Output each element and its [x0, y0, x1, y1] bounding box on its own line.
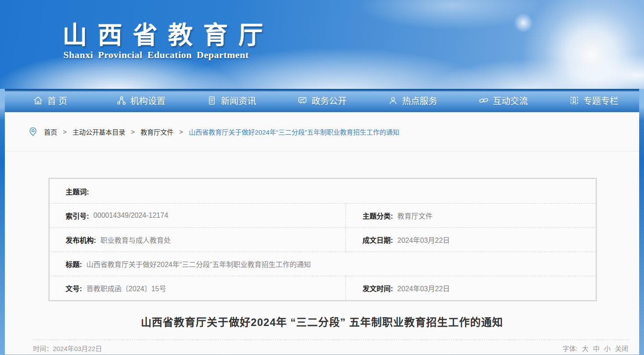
location-pin-icon — [28, 126, 38, 137]
table-row-keywords: 主题词: — [50, 179, 596, 203]
field-label-topic-category: 主题分类: — [362, 210, 393, 221]
field-label-document-number: 文号: — [66, 283, 82, 293]
nav-item-organization[interactable]: 机构设置 — [95, 89, 186, 112]
news-icon — [207, 95, 217, 106]
time-value: 2024年03月22日 — [53, 345, 102, 352]
field-label-index-number: 索引号: — [66, 210, 89, 221]
nav-item-interaction[interactable]: 互动交流 — [458, 89, 549, 112]
site-header: 山西省教育厅 Shanxi Provincial Education Depar… — [0, 0, 644, 89]
time-label: 时间： — [33, 345, 53, 352]
field-label-title: 标题: — [66, 259, 82, 269]
table-cell: 成文日期: 2024年03月22日 — [345, 228, 596, 252]
content-area: 首页 > 主动公开基本目录 > 教育厅文件 > 山西省教育厅关于做好2024年“… — [5, 112, 639, 355]
field-label-keywords: 主题词: — [66, 186, 89, 197]
nav-item-news[interactable]: 新闻资讯 — [186, 89, 277, 112]
nav-item-label: 互动交流 — [493, 94, 528, 107]
table-cell: 主题词: — [50, 179, 596, 203]
article-title: 山西省教育厅关于做好2024年 “三二分段” 五年制职业教育招生工作的通知 — [5, 314, 639, 329]
article-meta-bar: 时间：2024年03月22日 字体: 大 中 小 关闭 — [33, 340, 628, 353]
table-row-docnumber-pubdate: 文号: 晋教职成函〔2024〕15号 发文时间: 2024年03月22日 — [50, 276, 596, 300]
table-cell: 发布机构: 职业教育与成人教育处 — [50, 228, 345, 252]
font-size-small-button[interactable]: 小 — [604, 344, 611, 353]
field-value-index-number: 000014349/2024-12174 — [93, 212, 168, 220]
field-value-document-number: 晋教职成函〔2024〕15号 — [86, 283, 166, 293]
nav-item-hot-service[interactable]: 热点服务 — [367, 89, 458, 112]
nav-item-special-topics[interactable]: 专题专栏 — [549, 89, 639, 112]
table-cell: 主题分类: 教育厅文件 — [345, 204, 596, 227]
home-icon — [33, 95, 43, 106]
breadcrumb-item-home[interactable]: 首页 — [44, 127, 57, 136]
field-label-written-date: 成文日期: — [362, 234, 393, 245]
nav-item-home[interactable]: 首 页 — [5, 89, 95, 112]
nav-item-label: 政务公开 — [311, 94, 347, 107]
interaction-icon — [479, 95, 489, 106]
gov-affairs-icon — [297, 95, 307, 106]
table-cell: 发文时间: 2024年03月22日 — [345, 276, 596, 300]
nav-item-label: 机构设置 — [130, 94, 165, 107]
table-cell: 标题: 山西省教育厅关于做好2024年“三二分段”五年制职业教育招生工作的通知 — [50, 252, 596, 276]
font-size-large-button[interactable]: 大 — [582, 344, 589, 353]
organization-icon — [116, 95, 126, 106]
breadcrumb-separator: > — [179, 128, 183, 135]
font-size-medium-button[interactable]: 中 — [593, 344, 600, 353]
nav-item-label: 首 页 — [47, 94, 67, 107]
field-value-written-date: 2024年03月22日 — [397, 234, 450, 245]
special-topics-icon — [569, 95, 579, 106]
nav-item-label: 热点服务 — [402, 94, 437, 107]
site-logo-chinese: 山西省教育厅 — [62, 15, 274, 51]
field-value-publish-time: 2024年03月22日 — [397, 283, 450, 293]
breadcrumb-item-documents[interactable]: 教育厅文件 — [141, 127, 174, 136]
field-value-title: 山西省教育厅关于做好2024年“三二分段”五年制职业教育招生工作的通知 — [86, 259, 311, 269]
table-cell: 文号: 晋教职成函〔2024〕15号 — [50, 276, 345, 300]
nav-item-label: 专题专栏 — [583, 94, 618, 107]
document-info-table: 主题词: 索引号: 000014349/2024-12174 主题分类: 教育厅… — [48, 178, 597, 301]
field-label-publish-time: 发文时间: — [362, 283, 393, 293]
breadcrumb-current-page[interactable]: 山西省教育厅关于做好2024年“三二分段”五年制职业教育招生工作的通知 — [189, 127, 399, 136]
breadcrumb: 首页 > 主动公开基本目录 > 教育厅文件 > 山西省教育厅关于做好2024年“… — [5, 112, 639, 151]
close-button[interactable]: 关闭 — [615, 344, 628, 353]
field-value-issuing-agency: 职业教育与成人教育处 — [100, 234, 171, 245]
font-label: 字体: — [563, 344, 578, 353]
site-logo-english: Shanxi Provincial Education Department — [63, 49, 249, 61]
nav-item-label: 新闻资讯 — [221, 94, 256, 107]
breadcrumb-separator: > — [131, 128, 135, 135]
breadcrumb-separator: > — [63, 128, 67, 135]
table-cell: 索引号: 000014349/2024-12174 — [50, 204, 345, 227]
font-controls: 字体: 大 中 小 关闭 — [563, 344, 628, 353]
table-row-agency-date: 发布机构: 职业教育与成人教育处 成文日期: 2024年03月22日 — [50, 227, 596, 252]
field-value-topic-category: 教育厅文件 — [397, 210, 432, 221]
article-time: 时间：2024年03月22日 — [33, 344, 102, 353]
field-label-issuing-agency: 发布机构: — [66, 234, 96, 245]
main-navigation: 首 页 机构设置 新闻资讯 政务公开 热点服务 互动交流 专题专栏 — [5, 89, 639, 112]
nav-item-gov-affairs[interactable]: 政务公开 — [277, 89, 367, 112]
table-row-title: 标题: 山西省教育厅关于做好2024年“三二分段”五年制职业教育招生工作的通知 — [50, 252, 596, 276]
hot-service-icon — [388, 95, 398, 106]
table-row-index-category: 索引号: 000014349/2024-12174 主题分类: 教育厅文件 — [50, 203, 596, 227]
breadcrumb-item-catalog[interactable]: 主动公开基本目录 — [73, 127, 125, 136]
